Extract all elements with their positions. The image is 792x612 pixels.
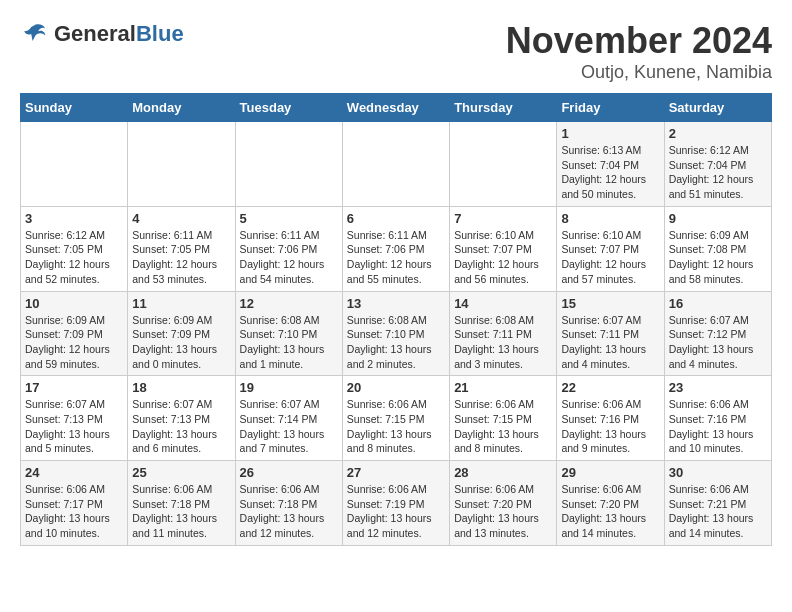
calendar-week-row: 10Sunrise: 6:09 AM Sunset: 7:09 PM Dayli…: [21, 291, 772, 376]
day-number: 3: [25, 211, 123, 226]
day-number: 23: [669, 380, 767, 395]
day-number: 25: [132, 465, 230, 480]
day-number: 19: [240, 380, 338, 395]
calendar-cell: 9Sunrise: 6:09 AM Sunset: 7:08 PM Daylig…: [664, 206, 771, 291]
day-info: Sunrise: 6:07 AM Sunset: 7:11 PM Dayligh…: [561, 313, 659, 372]
logo-general: General: [54, 21, 136, 46]
calendar-cell: [450, 122, 557, 207]
weekday-header: Friday: [557, 94, 664, 122]
calendar-cell: 10Sunrise: 6:09 AM Sunset: 7:09 PM Dayli…: [21, 291, 128, 376]
weekday-header: Tuesday: [235, 94, 342, 122]
day-number: 1: [561, 126, 659, 141]
day-number: 28: [454, 465, 552, 480]
calendar-cell: [342, 122, 449, 207]
calendar-week-row: 1Sunrise: 6:13 AM Sunset: 7:04 PM Daylig…: [21, 122, 772, 207]
calendar-cell: 29Sunrise: 6:06 AM Sunset: 7:20 PM Dayli…: [557, 461, 664, 546]
calendar-cell: 1Sunrise: 6:13 AM Sunset: 7:04 PM Daylig…: [557, 122, 664, 207]
calendar-cell: 8Sunrise: 6:10 AM Sunset: 7:07 PM Daylig…: [557, 206, 664, 291]
day-info: Sunrise: 6:06 AM Sunset: 7:18 PM Dayligh…: [240, 482, 338, 541]
day-info: Sunrise: 6:10 AM Sunset: 7:07 PM Dayligh…: [561, 228, 659, 287]
day-info: Sunrise: 6:08 AM Sunset: 7:10 PM Dayligh…: [347, 313, 445, 372]
day-info: Sunrise: 6:06 AM Sunset: 7:15 PM Dayligh…: [454, 397, 552, 456]
day-info: Sunrise: 6:06 AM Sunset: 7:19 PM Dayligh…: [347, 482, 445, 541]
month-title: November 2024: [506, 20, 772, 62]
day-info: Sunrise: 6:11 AM Sunset: 7:05 PM Dayligh…: [132, 228, 230, 287]
weekday-header: Saturday: [664, 94, 771, 122]
day-info: Sunrise: 6:06 AM Sunset: 7:18 PM Dayligh…: [132, 482, 230, 541]
day-number: 9: [669, 211, 767, 226]
day-info: Sunrise: 6:09 AM Sunset: 7:09 PM Dayligh…: [25, 313, 123, 372]
day-number: 2: [669, 126, 767, 141]
day-info: Sunrise: 6:07 AM Sunset: 7:14 PM Dayligh…: [240, 397, 338, 456]
day-number: 7: [454, 211, 552, 226]
day-number: 11: [132, 296, 230, 311]
calendar-cell: 7Sunrise: 6:10 AM Sunset: 7:07 PM Daylig…: [450, 206, 557, 291]
day-number: 10: [25, 296, 123, 311]
calendar-cell: 24Sunrise: 6:06 AM Sunset: 7:17 PM Dayli…: [21, 461, 128, 546]
day-number: 18: [132, 380, 230, 395]
day-number: 20: [347, 380, 445, 395]
day-number: 5: [240, 211, 338, 226]
weekday-header-row: SundayMondayTuesdayWednesdayThursdayFrid…: [21, 94, 772, 122]
calendar-cell: 28Sunrise: 6:06 AM Sunset: 7:20 PM Dayli…: [450, 461, 557, 546]
weekday-header: Thursday: [450, 94, 557, 122]
day-info: Sunrise: 6:10 AM Sunset: 7:07 PM Dayligh…: [454, 228, 552, 287]
calendar-cell: 11Sunrise: 6:09 AM Sunset: 7:09 PM Dayli…: [128, 291, 235, 376]
day-info: Sunrise: 6:13 AM Sunset: 7:04 PM Dayligh…: [561, 143, 659, 202]
day-info: Sunrise: 6:09 AM Sunset: 7:09 PM Dayligh…: [132, 313, 230, 372]
day-number: 15: [561, 296, 659, 311]
calendar-cell: 25Sunrise: 6:06 AM Sunset: 7:18 PM Dayli…: [128, 461, 235, 546]
day-number: 30: [669, 465, 767, 480]
calendar-cell: 26Sunrise: 6:06 AM Sunset: 7:18 PM Dayli…: [235, 461, 342, 546]
day-info: Sunrise: 6:06 AM Sunset: 7:15 PM Dayligh…: [347, 397, 445, 456]
calendar-cell: 15Sunrise: 6:07 AM Sunset: 7:11 PM Dayli…: [557, 291, 664, 376]
day-number: 14: [454, 296, 552, 311]
calendar-cell: 5Sunrise: 6:11 AM Sunset: 7:06 PM Daylig…: [235, 206, 342, 291]
calendar: SundayMondayTuesdayWednesdayThursdayFrid…: [20, 93, 772, 546]
calendar-cell: 2Sunrise: 6:12 AM Sunset: 7:04 PM Daylig…: [664, 122, 771, 207]
logo-bird-icon: [20, 20, 48, 48]
calendar-week-row: 17Sunrise: 6:07 AM Sunset: 7:13 PM Dayli…: [21, 376, 772, 461]
day-info: Sunrise: 6:11 AM Sunset: 7:06 PM Dayligh…: [347, 228, 445, 287]
day-number: 17: [25, 380, 123, 395]
day-number: 22: [561, 380, 659, 395]
logo-blue: Blue: [136, 21, 184, 46]
day-info: Sunrise: 6:07 AM Sunset: 7:13 PM Dayligh…: [132, 397, 230, 456]
day-number: 16: [669, 296, 767, 311]
calendar-cell: [128, 122, 235, 207]
weekday-header: Wednesday: [342, 94, 449, 122]
day-info: Sunrise: 6:07 AM Sunset: 7:12 PM Dayligh…: [669, 313, 767, 372]
day-number: 4: [132, 211, 230, 226]
day-number: 12: [240, 296, 338, 311]
calendar-week-row: 24Sunrise: 6:06 AM Sunset: 7:17 PM Dayli…: [21, 461, 772, 546]
day-number: 6: [347, 211, 445, 226]
calendar-cell: [235, 122, 342, 207]
calendar-cell: 21Sunrise: 6:06 AM Sunset: 7:15 PM Dayli…: [450, 376, 557, 461]
calendar-cell: 4Sunrise: 6:11 AM Sunset: 7:05 PM Daylig…: [128, 206, 235, 291]
day-number: 27: [347, 465, 445, 480]
day-number: 8: [561, 211, 659, 226]
calendar-cell: 17Sunrise: 6:07 AM Sunset: 7:13 PM Dayli…: [21, 376, 128, 461]
day-number: 13: [347, 296, 445, 311]
title-block: November 2024 Outjo, Kunene, Namibia: [506, 20, 772, 83]
calendar-cell: 19Sunrise: 6:07 AM Sunset: 7:14 PM Dayli…: [235, 376, 342, 461]
day-info: Sunrise: 6:12 AM Sunset: 7:04 PM Dayligh…: [669, 143, 767, 202]
day-info: Sunrise: 6:08 AM Sunset: 7:10 PM Dayligh…: [240, 313, 338, 372]
calendar-cell: [21, 122, 128, 207]
logo: GeneralBlue: [20, 20, 184, 48]
page-header: GeneralBlue November 2024 Outjo, Kunene,…: [20, 20, 772, 83]
weekday-header: Sunday: [21, 94, 128, 122]
day-info: Sunrise: 6:06 AM Sunset: 7:17 PM Dayligh…: [25, 482, 123, 541]
calendar-cell: 12Sunrise: 6:08 AM Sunset: 7:10 PM Dayli…: [235, 291, 342, 376]
calendar-cell: 23Sunrise: 6:06 AM Sunset: 7:16 PM Dayli…: [664, 376, 771, 461]
day-number: 21: [454, 380, 552, 395]
day-number: 26: [240, 465, 338, 480]
calendar-cell: 14Sunrise: 6:08 AM Sunset: 7:11 PM Dayli…: [450, 291, 557, 376]
day-info: Sunrise: 6:07 AM Sunset: 7:13 PM Dayligh…: [25, 397, 123, 456]
day-info: Sunrise: 6:06 AM Sunset: 7:21 PM Dayligh…: [669, 482, 767, 541]
day-info: Sunrise: 6:11 AM Sunset: 7:06 PM Dayligh…: [240, 228, 338, 287]
day-info: Sunrise: 6:12 AM Sunset: 7:05 PM Dayligh…: [25, 228, 123, 287]
calendar-cell: 6Sunrise: 6:11 AM Sunset: 7:06 PM Daylig…: [342, 206, 449, 291]
calendar-cell: 3Sunrise: 6:12 AM Sunset: 7:05 PM Daylig…: [21, 206, 128, 291]
day-info: Sunrise: 6:06 AM Sunset: 7:20 PM Dayligh…: [561, 482, 659, 541]
